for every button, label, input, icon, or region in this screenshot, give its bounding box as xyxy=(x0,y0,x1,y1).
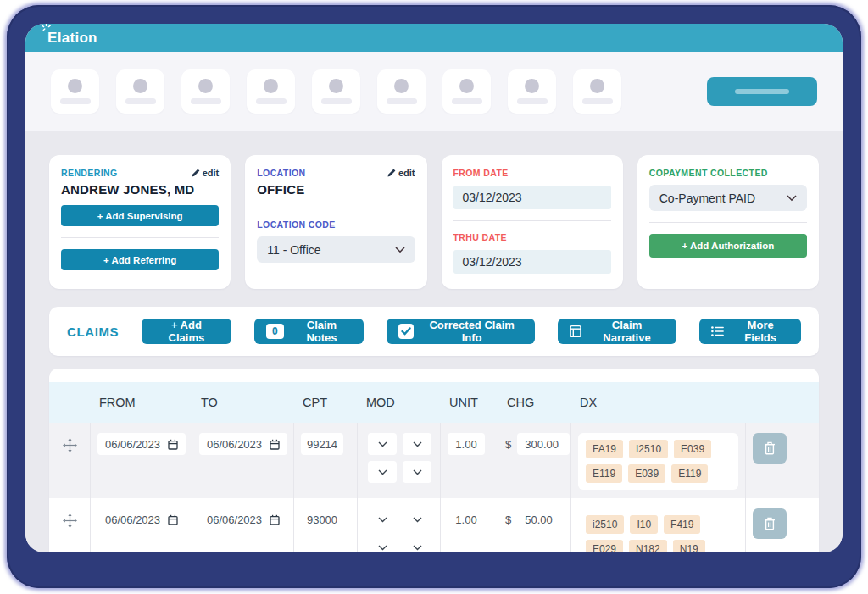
delete-row-button[interactable] xyxy=(753,508,787,539)
avatar-placeholder-card[interactable] xyxy=(181,69,230,114)
unit-cell: 1.00 xyxy=(440,498,498,552)
calendar-icon xyxy=(168,439,178,450)
cpt-cell: 99214 xyxy=(293,423,357,498)
to-cell: 06/06/2023 xyxy=(192,423,293,498)
from-date-input[interactable]: 06/06/2023 xyxy=(97,433,186,455)
chevron-down-icon xyxy=(395,247,405,253)
list-icon xyxy=(711,325,724,337)
column-header-unit: UNIT xyxy=(440,396,498,409)
mod-select-2[interactable] xyxy=(403,508,431,530)
rendering-label: RENDERING xyxy=(61,168,118,178)
mod-select-2[interactable] xyxy=(403,433,431,455)
divider xyxy=(649,222,807,223)
to-date-input[interactable]: 06/06/2023 xyxy=(199,508,287,530)
location-label: LOCATION xyxy=(257,168,305,178)
location-code-select[interactable]: 11 - Office xyxy=(257,236,415,263)
dx-code-list: FA19I2510E039E119E039E119 xyxy=(578,433,738,490)
button-placeholder-bar xyxy=(735,89,789,94)
charge-input[interactable]: 50.00 xyxy=(517,508,570,530)
copayment-card: COPAYMENT COLLECTED Co-Payment PAID + Ad… xyxy=(637,155,819,289)
drag-handle-icon[interactable] xyxy=(63,438,77,452)
avatar-placeholder-card[interactable] xyxy=(116,69,164,114)
avatar-placeholder-card[interactable] xyxy=(312,69,360,114)
dx-code-chip[interactable]: E029 xyxy=(586,540,623,552)
cpt-input[interactable]: 93000 xyxy=(301,508,343,530)
more-fields-button[interactable]: More Fields xyxy=(699,319,801,344)
to-date-input[interactable]: 06/06/2023 xyxy=(199,433,287,455)
avatar-strip xyxy=(25,52,843,131)
pencil-icon xyxy=(192,169,200,177)
dx-cell: i2510I10F419E029N182N19R001 xyxy=(570,498,745,552)
mod-select-4[interactable] xyxy=(403,536,431,552)
avatar-placeholder-card[interactable] xyxy=(377,69,426,114)
from-date-input[interactable]: 03/12/2023 xyxy=(453,186,611,209)
dx-code-chip[interactable]: i2510 xyxy=(586,515,624,534)
unit-cell: 1.00 xyxy=(440,423,498,498)
drag-handle-icon[interactable] xyxy=(63,514,77,528)
mod-select-1[interactable] xyxy=(368,433,397,455)
main-content: RENDERING edit ANDREW JONES, MD + Add Su… xyxy=(25,131,843,552)
dx-code-chip[interactable]: E119 xyxy=(671,464,708,483)
dx-code-chip[interactable]: N19 xyxy=(673,540,705,552)
rendering-card: RENDERING edit ANDREW JONES, MD + Add Su… xyxy=(49,155,231,289)
from-date-input[interactable]: 06/06/2023 xyxy=(97,508,186,530)
charge-input[interactable]: 300.00 xyxy=(517,433,570,455)
dx-code-chip[interactable]: I2510 xyxy=(629,440,668,458)
avatar-name-placeholder xyxy=(125,98,156,104)
currency-symbol: $ xyxy=(505,438,511,451)
dx-code-chip[interactable]: E119 xyxy=(586,464,622,483)
mod-select-3[interactable] xyxy=(368,461,397,483)
dx-code-chip[interactable]: FA19 xyxy=(586,440,623,458)
avatar-name-placeholder xyxy=(517,98,548,104)
add-referring-button[interactable]: + Add Referring xyxy=(61,249,219,270)
rendering-edit-link[interactable]: edit xyxy=(192,168,220,178)
unit-input[interactable]: 1.00 xyxy=(448,433,485,455)
dx-code-chip[interactable]: N182 xyxy=(629,540,667,552)
avatar-icon xyxy=(394,79,409,93)
book-icon xyxy=(570,325,581,338)
dx-code-chip[interactable]: E039 xyxy=(628,464,665,483)
add-supervising-button[interactable]: + Add Supervising xyxy=(61,205,219,226)
claims-table-header: FROM TO CPT MOD UNIT CHG DX xyxy=(49,382,819,423)
cpt-input[interactable]: 99214 xyxy=(301,433,343,455)
copayment-status-select[interactable]: Co-Payment PAID xyxy=(649,185,807,211)
avatar-placeholder-card[interactable] xyxy=(247,69,295,114)
add-authorization-button[interactable]: + Add Authorization xyxy=(649,234,807,258)
divider xyxy=(61,237,219,238)
rendering-provider-name: ANDREW JONES, MD xyxy=(61,182,219,197)
avatar-icon xyxy=(590,79,604,93)
corrected-claim-info-button[interactable]: Corrected Claim Info xyxy=(387,319,535,344)
dx-code-chip[interactable]: I10 xyxy=(630,515,658,534)
claim-notes-button[interactable]: 0 Claim Notes xyxy=(254,319,364,344)
currency-symbol: $ xyxy=(505,514,511,526)
trash-icon xyxy=(764,517,776,530)
avatar-placeholder-card[interactable] xyxy=(508,69,556,114)
table-row: 06/06/2023 06/06/2023 xyxy=(49,423,819,498)
thru-date-input[interactable]: 03/12/2023 xyxy=(453,250,611,274)
thru-date-label: TRHU DATE xyxy=(453,232,611,242)
claim-narrative-button[interactable]: Claim Narrative xyxy=(558,319,677,344)
from-date-label: FROM DATE xyxy=(453,168,611,178)
avatar-placeholder-card[interactable] xyxy=(51,69,99,114)
add-claims-button[interactable]: + Add Claims xyxy=(142,319,231,344)
calendar-icon xyxy=(270,439,280,450)
chg-cell: $ 300.00 xyxy=(498,423,570,498)
to-date-value: 06/06/2023 xyxy=(207,438,262,451)
location-edit-link[interactable]: edit xyxy=(387,168,415,178)
mod-select-3[interactable] xyxy=(368,536,397,552)
delete-row-button[interactable] xyxy=(753,433,787,464)
dx-code-chip[interactable]: F419 xyxy=(664,515,700,534)
from-date-value: 06/06/2023 xyxy=(105,438,160,451)
avatar-name-placeholder xyxy=(191,98,221,104)
avatar-placeholder-card[interactable] xyxy=(573,69,621,114)
avatar-icon xyxy=(525,79,539,93)
chg-cell: $ 50.00 xyxy=(498,498,570,552)
claims-table: FROM TO CPT MOD UNIT CHG DX 06/06 xyxy=(49,369,819,552)
avatar-placeholder-card[interactable] xyxy=(442,69,491,114)
dx-code-chip[interactable]: E039 xyxy=(674,440,711,458)
strip-action-button[interactable] xyxy=(707,77,817,106)
unit-input[interactable]: 1.00 xyxy=(448,508,485,530)
mod-select-1[interactable] xyxy=(368,508,397,530)
summary-cards: RENDERING edit ANDREW JONES, MD + Add Su… xyxy=(49,155,819,289)
mod-select-4[interactable] xyxy=(403,461,431,483)
